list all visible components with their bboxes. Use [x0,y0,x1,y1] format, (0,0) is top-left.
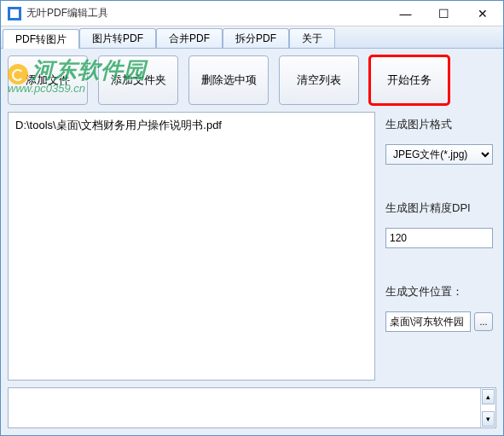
scroll-up-button[interactable]: ▴ [482,389,495,404]
start-task-button[interactable]: 开始任务 [369,55,449,105]
list-item[interactable]: D:\tools\桌面\文档财务用户操作说明书.pdf [15,118,368,133]
add-file-button[interactable]: 添加文件 [8,55,88,105]
dpi-input[interactable] [385,228,493,248]
app-icon [8,7,21,20]
location-input[interactable] [385,311,471,332]
close-button[interactable]: ✕ [463,2,501,26]
options-panel: 生成图片格式 JPEG文件(*.jpg) 生成图片精度DPI 生成文件位置： .… [385,112,496,381]
tab-merge-pdf[interactable]: 合并PDF [156,28,223,48]
delete-selected-button[interactable]: 删除选中项 [188,55,269,105]
tab-split-pdf[interactable]: 拆分PDF [223,28,289,48]
tab-image-to-pdf[interactable]: 图片转PDF [79,28,156,48]
format-label: 生成图片格式 [385,117,496,132]
status-area: ▴ ▾ [8,387,496,428]
scroll-down-button[interactable]: ▾ [482,411,495,427]
titlebar: 无叶PDF编辑工具 — ☐ ✕ [1,1,503,26]
maximize-button[interactable]: ☐ [425,2,463,26]
tab-pdf-to-image[interactable]: PDF转图片 [3,29,79,49]
file-list[interactable]: D:\tools\桌面\文档财务用户操作说明书.pdf [8,112,375,381]
dpi-label: 生成图片精度DPI [385,201,496,216]
browse-button[interactable]: ... [474,312,493,331]
content-area: 河东软件园 www.pc0359.cn 添加文件 添加文件夹 删除选中项 清空列… [1,49,503,435]
clear-list-button[interactable]: 清空列表 [279,55,359,105]
window-title: 无叶PDF编辑工具 [26,6,386,20]
status-track [9,388,480,427]
status-scrollbar: ▴ ▾ [480,388,495,427]
window-controls: — ☐ ✕ [386,2,501,26]
app-window: 无叶PDF编辑工具 — ☐ ✕ PDF转图片 图片转PDF 合并PDF 拆分PD… [0,0,504,436]
add-folder-button[interactable]: 添加文件夹 [98,55,178,105]
action-row: 添加文件 添加文件夹 删除选中项 清空列表 开始任务 [8,55,496,105]
tab-about[interactable]: 关于 [289,28,335,48]
tab-bar: PDF转图片 图片转PDF 合并PDF 拆分PDF 关于 [1,26,503,49]
format-select[interactable]: JPEG文件(*.jpg) [385,144,493,165]
main-row: D:\tools\桌面\文档财务用户操作说明书.pdf 生成图片格式 JPEG文… [8,112,496,381]
location-label: 生成文件位置： [385,284,496,299]
minimize-button[interactable]: — [386,2,425,26]
